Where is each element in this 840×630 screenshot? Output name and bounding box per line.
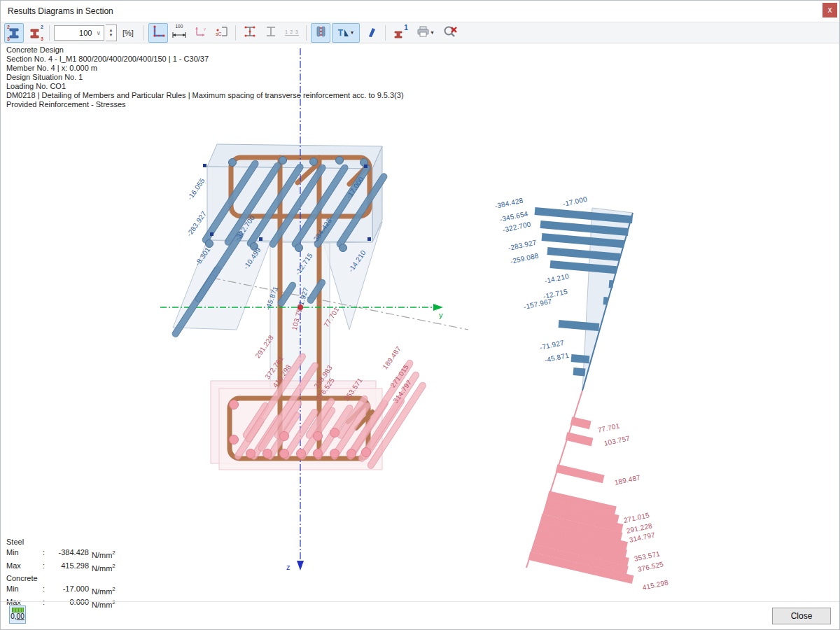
- corner-marker: [364, 164, 368, 168]
- dimension-icon: 100: [172, 24, 187, 41]
- chevron-down-icon: ▾: [430, 29, 433, 36]
- section-geometry: [1, 43, 840, 600]
- concrete-min-value: -17.000: [50, 584, 89, 597]
- rebar-dot: [330, 449, 340, 458]
- rebar-dot: [309, 158, 318, 166]
- toolbar-separator: [49, 25, 50, 41]
- rebar-dot: [335, 156, 344, 164]
- rebar-dot: [279, 156, 287, 164]
- values-display-button[interactable]: T ▾: [332, 23, 360, 43]
- numbering-icon: 1 2 3: [285, 29, 298, 36]
- sc-glyph: sC: [216, 31, 222, 36]
- axis-label: z: [286, 563, 290, 571]
- diagram-compression-bar: [573, 368, 586, 376]
- diagram-compression-bar: [603, 297, 608, 304]
- reinforcement-button[interactable]: [311, 23, 330, 43]
- results-diagram-2-icon: 2 3: [7, 26, 21, 40]
- zoom-value: 100: [79, 29, 92, 37]
- rebar-dot: [228, 158, 237, 167]
- print-icon: [416, 24, 430, 41]
- rebar-dot: [313, 431, 323, 441]
- rebar-dot: [296, 449, 306, 458]
- section-outline-icon: [264, 24, 278, 41]
- values-display-icon: T: [338, 28, 350, 38]
- window-close-button[interactable]: x: [822, 3, 837, 18]
- corner-marker: [259, 237, 262, 241]
- ruler-icon: [12, 608, 24, 612]
- zoom-spinner[interactable]: ▲▼: [106, 24, 117, 41]
- rebar-dot: [262, 449, 272, 458]
- results-legend: Steel Min : -384.428 N/mm2 Max : 415.298…: [6, 537, 115, 610]
- diagram-compression-bar: [571, 354, 590, 363]
- legend-row: Max : 415.298 N/mm2: [6, 561, 115, 574]
- rebar-dot: [279, 449, 289, 458]
- results-diagram-2-button[interactable]: 2 3: [4, 23, 24, 43]
- toolbar-separator: [385, 25, 386, 41]
- rebar-dot: [330, 428, 340, 438]
- statusbar-divider: [1, 601, 839, 602]
- percent-label: [%]: [122, 29, 134, 37]
- rebar-dot: [361, 447, 371, 457]
- concrete-max-value: 0.000: [50, 597, 89, 610]
- legend-row: Min : -17.000 N/mm2: [6, 584, 115, 597]
- legend-row: Min : -384.428 N/mm2: [6, 547, 115, 561]
- toolbar: 2 3 2 3 100 ∨ ▲▼ [%]: [1, 22, 839, 43]
- section-axes-icon: y: [193, 24, 207, 41]
- rebar-dot: [229, 435, 239, 444]
- rebar-dot: [229, 400, 239, 410]
- axis-label: y: [439, 311, 443, 319]
- steel-min-value: -384.428: [50, 547, 89, 561]
- brush-icon: [364, 24, 378, 41]
- info-button[interactable]: 1: [390, 23, 410, 43]
- steel-max-value: 415.298: [50, 561, 89, 574]
- zoom-percent-select[interactable]: 100 ∨: [54, 25, 104, 41]
- dimension-button[interactable]: 100: [169, 23, 189, 43]
- section-axes-button[interactable]: y: [190, 23, 210, 43]
- measure-tool[interactable]: 0,00: [9, 606, 26, 624]
- section-outline-button[interactable]: [261, 23, 281, 43]
- results-diagrams-window: Results Diagrams in Section x 2 3 2 3 10…: [0, 0, 840, 630]
- corner-marker: [203, 164, 206, 167]
- toolbar-separator: [306, 25, 307, 41]
- corner-points-button[interactable]: [148, 23, 168, 43]
- stress-points-button[interactable]: [240, 23, 260, 43]
- z-axis-arrow: [297, 561, 304, 570]
- titlebar: Results Diagrams in Section x: [1, 1, 839, 22]
- legend-concrete-heading: Concrete: [6, 573, 115, 584]
- rebar-dot: [246, 449, 255, 458]
- numbering-button[interactable]: 1 2 3: [282, 23, 302, 43]
- brush-button[interactable]: [361, 23, 381, 43]
- clear-results-icon: [442, 24, 458, 41]
- stress-points-icon: [243, 24, 257, 41]
- reinforcement-icon: [314, 24, 328, 41]
- rebar-dot: [346, 449, 356, 458]
- toolbar-separator: [144, 25, 144, 41]
- diagram-compression-bar: [609, 280, 614, 288]
- toolbar-separator: [235, 25, 236, 41]
- rebar-dot: [339, 244, 347, 252]
- print-button[interactable]: ▾: [411, 23, 439, 43]
- window-title: Results Diagrams in Section: [8, 6, 113, 16]
- clear-results-button[interactable]: [440, 23, 460, 43]
- corner-marker: [368, 237, 371, 241]
- chevron-down-icon: ▾: [351, 29, 354, 36]
- info-icon: 1: [393, 26, 407, 40]
- chevron-down-icon: ∨: [96, 29, 101, 36]
- corner-points-icon: [151, 24, 165, 41]
- rebar-dot: [313, 449, 323, 458]
- results-diagram-3-button[interactable]: 2 3: [25, 23, 45, 43]
- close-button[interactable]: Close: [772, 608, 831, 624]
- shear-center-icon: sC: [214, 24, 229, 41]
- legend-steel-heading: Steel: [6, 537, 115, 547]
- section-drawing-canvas: -16.055-283.927-322.700-8.301-10.499-384…: [1, 43, 840, 600]
- corner-marker: [210, 232, 214, 236]
- rebar-dot: [279, 431, 289, 441]
- results-diagram-3-icon: 2 3: [28, 26, 42, 40]
- shear-center-button[interactable]: sC: [211, 23, 231, 43]
- rebar-dot: [295, 244, 303, 252]
- y-axis-arrow: [433, 304, 443, 311]
- svg-text:y: y: [204, 27, 206, 31]
